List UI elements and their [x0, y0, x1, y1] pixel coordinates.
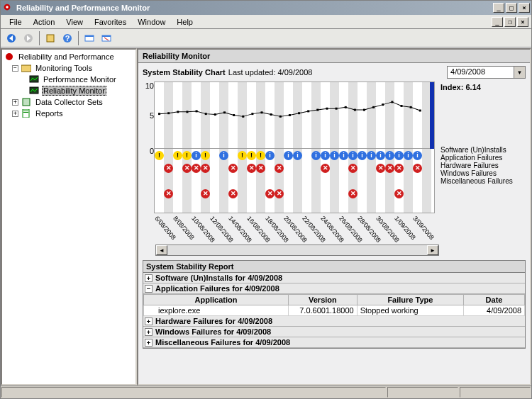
expand-icon[interactable]: + — [145, 328, 153, 336]
section-software[interactable]: +Software (Un)Installs for 4/09/2008 — [143, 273, 525, 283]
info-icon[interactable]: i — [404, 151, 413, 160]
info-icon[interactable]: i — [385, 151, 394, 160]
error-icon[interactable]: ✕ — [348, 189, 358, 198]
forward-button[interactable] — [21, 30, 36, 46]
date-selector[interactable]: 4/09/2008 ▼ — [447, 66, 526, 79]
error-icon[interactable]: ✕ — [376, 164, 385, 173]
event-row[interactable]: !!!i!i!!!iiiiiiiiiiiiiii — [155, 149, 434, 162]
menu-view[interactable]: View — [60, 16, 89, 28]
scroll-right-button[interactable]: ► — [427, 245, 438, 255]
child-restore-button[interactable]: ❐ — [504, 17, 516, 27]
error-icon[interactable]: ✕ — [321, 164, 330, 173]
warning-icon[interactable]: ! — [256, 151, 265, 160]
tree-root[interactable]: Reliability and Performance — [4, 51, 134, 62]
event-row[interactable]: ✕✕✕✕✕✕✕ — [155, 187, 434, 200]
menu-help[interactable]: Help — [171, 16, 199, 28]
error-icon[interactable]: ✕ — [275, 189, 284, 198]
info-icon[interactable]: i — [367, 151, 376, 160]
section-misc[interactable]: +Miscellaneous Failures for 4/09/2008 — [143, 337, 525, 348]
child-minimize-button[interactable]: _ — [492, 17, 503, 27]
error-icon[interactable]: ✕ — [385, 164, 394, 173]
event-row[interactable] — [155, 174, 434, 187]
info-icon[interactable]: i — [376, 151, 385, 160]
info-icon[interactable]: i — [192, 151, 201, 160]
error-icon[interactable]: ✕ — [192, 164, 201, 173]
error-icon[interactable]: ✕ — [256, 164, 265, 173]
error-icon[interactable]: ✕ — [164, 164, 173, 173]
warning-icon[interactable]: ! — [173, 151, 182, 160]
info-icon[interactable]: i — [311, 151, 321, 160]
error-icon[interactable]: ✕ — [247, 164, 256, 173]
error-icon[interactable]: ✕ — [201, 164, 210, 173]
child-close-button[interactable]: × — [517, 17, 528, 27]
close-button[interactable]: × — [519, 3, 530, 13]
tool-button-2[interactable] — [99, 30, 114, 46]
event-row[interactable]: ✕✕✕✕✕✕✕✕✕✕✕✕✕✕ — [155, 162, 434, 174]
warning-icon[interactable]: ! — [182, 151, 192, 160]
info-icon[interactable]: i — [348, 151, 358, 160]
section-hardware[interactable]: +Hardware Failures for 4/09/2008 — [143, 316, 525, 327]
tree-monitoring-tools[interactable]: −Monitoring Tools — [4, 62, 134, 74]
tree-reports[interactable]: +Reports — [4, 108, 134, 119]
warning-icon[interactable]: ! — [247, 151, 256, 160]
chart-scrollbar[interactable]: ◄ ► — [155, 245, 439, 256]
tree-data-collector[interactable]: +Data Collector Sets — [4, 96, 134, 108]
error-icon[interactable]: ✕ — [413, 164, 422, 173]
error-icon[interactable]: ✕ — [228, 164, 238, 173]
info-icon[interactable]: i — [358, 151, 367, 160]
minimize-button[interactable]: _ — [493, 3, 504, 13]
tree-reliability-monitor[interactable]: Reliability Monitor — [4, 85, 134, 96]
info-icon[interactable]: i — [339, 151, 348, 160]
menu-favorites[interactable]: Favorites — [89, 16, 132, 28]
col-failure-type[interactable]: Failure Type — [357, 295, 463, 305]
menu-window[interactable]: Window — [132, 16, 171, 28]
warning-icon[interactable]: ! — [155, 151, 164, 160]
scroll-left-button[interactable]: ◄ — [156, 245, 167, 255]
event-row[interactable] — [155, 200, 434, 213]
info-icon[interactable]: i — [219, 151, 228, 160]
warning-icon[interactable]: ! — [201, 151, 210, 160]
scroll-track[interactable] — [167, 245, 427, 255]
expand-icon[interactable]: + — [145, 317, 153, 325]
error-icon[interactable]: ✕ — [182, 164, 192, 173]
error-icon[interactable]: ✕ — [228, 189, 238, 198]
expand-icon[interactable]: + — [145, 339, 153, 347]
help-button[interactable]: ? — [60, 30, 75, 46]
nav-tree[interactable]: Reliability and Performance −Monitoring … — [1, 48, 137, 386]
dropdown-arrow-icon[interactable]: ▼ — [514, 67, 525, 78]
menu-file[interactable]: File — [4, 16, 28, 28]
col-date[interactable]: Date — [464, 295, 525, 305]
properties-button[interactable] — [43, 30, 58, 46]
info-icon[interactable]: i — [293, 151, 302, 160]
expand-icon[interactable]: + — [12, 111, 18, 117]
error-icon[interactable]: ✕ — [348, 164, 358, 173]
info-icon[interactable]: i — [330, 151, 339, 160]
tool-button-1[interactable] — [82, 30, 97, 46]
error-icon[interactable]: ✕ — [275, 164, 284, 173]
error-icon[interactable]: ✕ — [394, 164, 404, 173]
event-grid[interactable]: !!!i!i!!!iiiiiiiiiiiiiii✕✕✕✕✕✕✕✕✕✕✕✕✕✕✕✕… — [154, 149, 435, 213]
info-icon[interactable]: i — [394, 151, 404, 160]
back-button[interactable] — [4, 30, 19, 46]
info-icon[interactable]: i — [265, 151, 275, 160]
tree-performance-monitor[interactable]: Performance Monitor — [4, 74, 134, 85]
maximize-button[interactable]: □ — [506, 3, 517, 13]
warning-icon[interactable]: ! — [238, 151, 247, 160]
error-icon[interactable]: ✕ — [164, 189, 173, 198]
menu-action[interactable]: Action — [28, 16, 61, 28]
expand-icon[interactable]: + — [145, 274, 153, 282]
error-icon[interactable]: ✕ — [201, 189, 210, 198]
section-app-failures[interactable]: −Application Failures for 4/09/2008 — [143, 283, 525, 294]
info-icon[interactable]: i — [284, 151, 293, 160]
info-icon[interactable]: i — [321, 151, 330, 160]
error-icon[interactable]: ✕ — [394, 189, 404, 198]
table-row[interactable]: iexplore.exe 7.0.6001.18000 Stopped work… — [144, 305, 525, 316]
col-version[interactable]: Version — [289, 295, 358, 305]
error-icon[interactable]: ✕ — [265, 189, 275, 198]
collapse-icon[interactable]: − — [145, 285, 153, 293]
info-icon[interactable]: i — [413, 151, 422, 160]
expand-icon[interactable]: + — [12, 99, 18, 106]
collapse-icon[interactable]: − — [12, 65, 18, 72]
col-application[interactable]: Application — [144, 295, 289, 305]
stability-plot[interactable] — [154, 82, 435, 149]
